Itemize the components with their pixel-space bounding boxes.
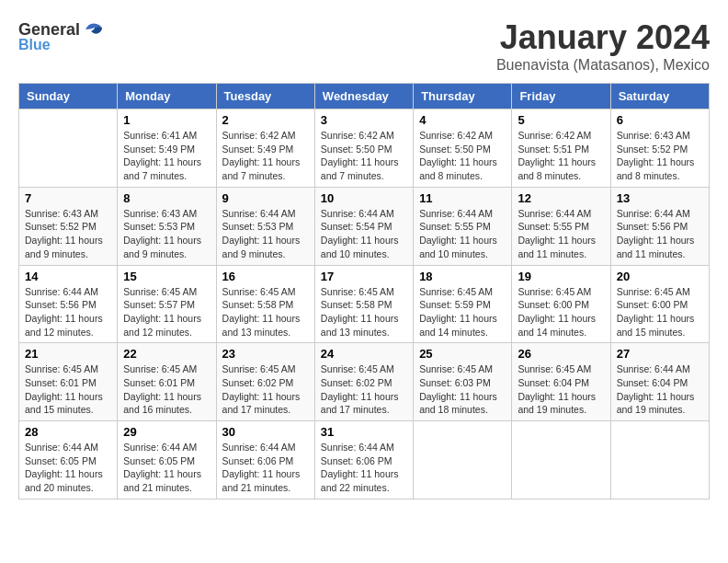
- day-number: 6: [617, 113, 703, 127]
- day-number: 23: [222, 347, 309, 361]
- day-info: Sunrise: 6:41 AMSunset: 5:49 PMDaylight:…: [123, 129, 210, 183]
- day-info: Sunrise: 6:44 AMSunset: 5:54 PMDaylight:…: [321, 207, 407, 261]
- calendar-cell: [414, 421, 512, 500]
- day-info: Sunrise: 6:42 AMSunset: 5:50 PMDaylight:…: [321, 129, 407, 183]
- day-number: 17: [321, 270, 407, 283]
- day-info: Sunrise: 6:45 AMSunset: 6:04 PMDaylight:…: [518, 362, 604, 417]
- day-info: Sunrise: 6:43 AMSunset: 5:52 PMDaylight:…: [617, 129, 703, 183]
- logo: General Blue: [18, 18, 104, 53]
- calendar-cell: 5Sunrise: 6:42 AMSunset: 5:51 PMDaylight…: [512, 109, 610, 188]
- day-info: Sunrise: 6:43 AMSunset: 5:53 PMDaylight:…: [123, 207, 210, 261]
- calendar-week-row: 1Sunrise: 6:41 AMSunset: 5:49 PMDaylight…: [19, 109, 710, 188]
- calendar-cell: 2Sunrise: 6:42 AMSunset: 5:49 PMDaylight…: [216, 109, 314, 188]
- calendar-cell: 25Sunrise: 6:45 AMSunset: 6:03 PMDayligh…: [414, 343, 512, 421]
- day-number: 21: [25, 347, 111, 361]
- day-info: Sunrise: 6:44 AMSunset: 5:53 PMDaylight:…: [222, 207, 309, 261]
- calendar-cell: 31Sunrise: 6:44 AMSunset: 6:06 PMDayligh…: [314, 421, 413, 500]
- calendar-cell: 7Sunrise: 6:43 AMSunset: 5:52 PMDaylight…: [19, 187, 118, 265]
- day-number: 11: [419, 191, 506, 205]
- calendar-cell: 13Sunrise: 6:44 AMSunset: 5:56 PMDayligh…: [610, 187, 709, 265]
- calendar-cell: 28Sunrise: 6:44 AMSunset: 6:05 PMDayligh…: [19, 421, 118, 500]
- day-info: Sunrise: 6:45 AMSunset: 6:02 PMDaylight:…: [222, 362, 309, 417]
- calendar-cell: 8Sunrise: 6:43 AMSunset: 5:53 PMDaylight…: [118, 187, 216, 265]
- calendar-week-row: 7Sunrise: 6:43 AMSunset: 5:52 PMDaylight…: [19, 187, 710, 265]
- day-number: 14: [25, 270, 111, 283]
- day-number: 22: [123, 347, 210, 361]
- day-info: Sunrise: 6:45 AMSunset: 5:57 PMDaylight:…: [123, 285, 210, 339]
- calendar-week-row: 14Sunrise: 6:44 AMSunset: 5:56 PMDayligh…: [19, 265, 710, 343]
- day-number: 31: [321, 425, 407, 439]
- calendar-week-row: 28Sunrise: 6:44 AMSunset: 6:05 PMDayligh…: [19, 421, 710, 500]
- day-number: 8: [123, 191, 210, 205]
- day-number: 28: [25, 425, 111, 439]
- month-title: January 2024: [496, 18, 710, 57]
- day-info: Sunrise: 6:43 AMSunset: 5:52 PMDaylight:…: [25, 207, 111, 261]
- calendar-cell: 17Sunrise: 6:45 AMSunset: 5:58 PMDayligh…: [314, 265, 413, 343]
- day-number: 12: [518, 191, 604, 205]
- day-number: 30: [222, 425, 309, 439]
- calendar-cell: 16Sunrise: 6:45 AMSunset: 5:58 PMDayligh…: [216, 265, 314, 343]
- day-info: Sunrise: 6:45 AMSunset: 5:58 PMDaylight:…: [321, 285, 407, 339]
- day-info: Sunrise: 6:45 AMSunset: 6:02 PMDaylight:…: [321, 362, 407, 417]
- calendar-cell: 3Sunrise: 6:42 AMSunset: 5:50 PMDaylight…: [314, 109, 413, 188]
- weekday-header-monday: Monday: [118, 84, 216, 109]
- day-info: Sunrise: 6:45 AMSunset: 5:59 PMDaylight:…: [419, 285, 506, 339]
- day-info: Sunrise: 6:42 AMSunset: 5:50 PMDaylight:…: [419, 129, 506, 183]
- calendar-week-row: 21Sunrise: 6:45 AMSunset: 6:01 PMDayligh…: [19, 343, 710, 421]
- day-info: Sunrise: 6:45 AMSunset: 6:00 PMDaylight:…: [518, 285, 604, 339]
- day-info: Sunrise: 6:45 AMSunset: 6:01 PMDaylight:…: [25, 362, 111, 417]
- calendar-cell: 12Sunrise: 6:44 AMSunset: 5:55 PMDayligh…: [512, 187, 610, 265]
- weekday-header-thursday: Thursday: [414, 84, 512, 109]
- weekday-header-row: SundayMondayTuesdayWednesdayThursdayFrid…: [19, 84, 710, 109]
- weekday-header-friday: Friday: [512, 84, 610, 109]
- day-info: Sunrise: 6:45 AMSunset: 6:03 PMDaylight:…: [419, 362, 506, 417]
- day-info: Sunrise: 6:44 AMSunset: 6:06 PMDaylight:…: [222, 441, 309, 495]
- day-info: Sunrise: 6:44 AMSunset: 6:05 PMDaylight:…: [25, 441, 111, 495]
- calendar-cell: 30Sunrise: 6:44 AMSunset: 6:06 PMDayligh…: [216, 421, 314, 500]
- calendar-cell: 20Sunrise: 6:45 AMSunset: 6:00 PMDayligh…: [610, 265, 709, 343]
- weekday-header-wednesday: Wednesday: [314, 84, 413, 109]
- calendar-cell: 23Sunrise: 6:45 AMSunset: 6:02 PMDayligh…: [216, 343, 314, 421]
- calendar-cell: [610, 421, 709, 500]
- title-block: January 2024 Buenavista (Matasanos), Mex…: [496, 18, 710, 74]
- calendar-cell: 22Sunrise: 6:45 AMSunset: 6:01 PMDayligh…: [118, 343, 216, 421]
- day-info: Sunrise: 6:42 AMSunset: 5:51 PMDaylight:…: [518, 129, 604, 183]
- day-info: Sunrise: 6:44 AMSunset: 6:06 PMDaylight:…: [321, 441, 407, 495]
- page-header: General Blue January 2024 Buenavista (Ma…: [18, 18, 710, 74]
- calendar-cell: [512, 421, 610, 500]
- day-number: 5: [518, 113, 604, 127]
- calendar-cell: [19, 109, 118, 188]
- day-number: 9: [222, 191, 309, 205]
- calendar-cell: 11Sunrise: 6:44 AMSunset: 5:55 PMDayligh…: [414, 187, 512, 265]
- calendar-cell: 10Sunrise: 6:44 AMSunset: 5:54 PMDayligh…: [314, 187, 413, 265]
- location-title: Buenavista (Matasanos), Mexico: [496, 57, 710, 74]
- day-number: 25: [419, 347, 506, 361]
- day-info: Sunrise: 6:44 AMSunset: 5:56 PMDaylight:…: [25, 285, 111, 339]
- calendar-cell: 29Sunrise: 6:44 AMSunset: 6:05 PMDayligh…: [118, 421, 216, 500]
- calendar-cell: 15Sunrise: 6:45 AMSunset: 5:57 PMDayligh…: [118, 265, 216, 343]
- calendar-cell: 6Sunrise: 6:43 AMSunset: 5:52 PMDaylight…: [610, 109, 709, 188]
- calendar-cell: 26Sunrise: 6:45 AMSunset: 6:04 PMDayligh…: [512, 343, 610, 421]
- day-number: 29: [123, 425, 210, 439]
- logo-icon: [82, 18, 104, 40]
- day-number: 4: [419, 113, 506, 127]
- calendar-cell: 1Sunrise: 6:41 AMSunset: 5:49 PMDaylight…: [118, 109, 216, 188]
- day-info: Sunrise: 6:42 AMSunset: 5:49 PMDaylight:…: [222, 129, 309, 183]
- day-info: Sunrise: 6:44 AMSunset: 6:05 PMDaylight:…: [123, 441, 210, 495]
- day-number: 20: [617, 270, 703, 283]
- day-info: Sunrise: 6:44 AMSunset: 6:04 PMDaylight:…: [617, 362, 703, 417]
- day-number: 3: [321, 113, 407, 127]
- weekday-header-tuesday: Tuesday: [216, 84, 314, 109]
- calendar-cell: 21Sunrise: 6:45 AMSunset: 6:01 PMDayligh…: [19, 343, 118, 421]
- weekday-header-saturday: Saturday: [610, 84, 709, 109]
- day-info: Sunrise: 6:45 AMSunset: 6:01 PMDaylight:…: [123, 362, 210, 417]
- calendar-cell: 24Sunrise: 6:45 AMSunset: 6:02 PMDayligh…: [314, 343, 413, 421]
- calendar-cell: 18Sunrise: 6:45 AMSunset: 5:59 PMDayligh…: [414, 265, 512, 343]
- day-number: 18: [419, 270, 506, 283]
- day-number: 26: [518, 347, 604, 361]
- day-number: 2: [222, 113, 309, 127]
- day-number: 1: [123, 113, 210, 127]
- day-info: Sunrise: 6:45 AMSunset: 6:00 PMDaylight:…: [617, 285, 703, 339]
- day-number: 16: [222, 270, 309, 283]
- day-number: 19: [518, 270, 604, 283]
